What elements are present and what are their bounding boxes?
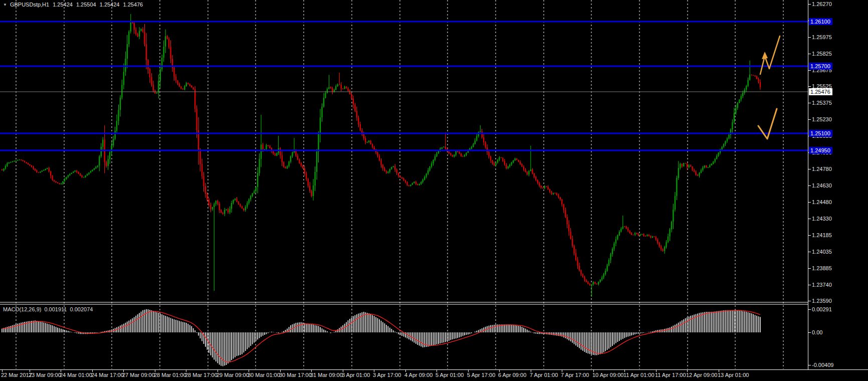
price-tick-label: 1.24185: [812, 232, 832, 239]
price-tick-label: 1.23885: [812, 265, 832, 272]
ohlc-open: 1.25424: [53, 2, 73, 8]
price-tick-mark: [808, 285, 811, 285]
time-tick-label: 28 Mar 17:00: [185, 372, 218, 378]
price-tick-mark: [808, 268, 811, 269]
price-tick-mark: [808, 219, 811, 219]
price-tick-mark: [808, 70, 811, 71]
grid-lines: [16, 0, 783, 369]
mt4-chart-window: ▼GBPUSDstp,H11.254241.255041.254241.2547…: [0, 0, 868, 381]
time-tick-label: 31 Mar 09:00: [310, 372, 343, 378]
price-tick-mark: [808, 169, 811, 169]
time-tick-label: 3 Apr 01:00: [342, 372, 370, 378]
price-tick-mark: [808, 252, 811, 252]
price-tick-mark: [808, 235, 811, 236]
level-price-badge: 1.25700: [809, 63, 832, 70]
bull-candle-bodies: [3, 23, 750, 286]
level-price-badge: 1.24950: [809, 147, 832, 154]
time-tick-label: 5 Apr 17:00: [467, 372, 495, 378]
price-tick-mark: [808, 309, 811, 310]
price-tick-label: 1.23740: [812, 282, 832, 288]
macd-signal-value: 0.002074: [70, 306, 93, 312]
price-tick-label: 1.25375: [812, 100, 832, 106]
zigzag-up-arrow[interactable]: [760, 36, 780, 74]
price-tick-mark: [808, 119, 811, 120]
price-tick-mark: [808, 365, 811, 365]
time-tick-label: 29 Mar 09:00: [216, 372, 249, 378]
macd-histogram-bars: [2, 309, 760, 366]
time-tick-label: 28 Mar 01:00: [154, 372, 186, 378]
time-tick-label: 13 Apr 01:00: [718, 372, 749, 378]
time-tick-label: 11 Apr 01:00: [623, 372, 655, 378]
check-mark-arrow[interactable]: [758, 109, 777, 139]
price-tick-label: 0.00: [812, 329, 822, 336]
current-price-badge: 1.25476: [809, 88, 832, 95]
macd-name: MACD(12,26,9): [3, 306, 41, 312]
time-tick-label: 10 Apr 09:00: [592, 372, 623, 378]
price-tick-mark: [808, 301, 811, 301]
price-tick-label: 1.24330: [812, 216, 832, 222]
ohlc-high: 1.25504: [76, 2, 96, 8]
time-tick-label: 11 Apr 17:00: [655, 372, 686, 378]
time-tick-label: 22 Mar 2017: [1, 372, 32, 378]
price-tick-mark: [808, 37, 811, 38]
time-tick-label: 24 Mar 17:00: [91, 372, 124, 378]
macd-indicator-label: MACD(12,26,9)0.0019110.002074: [3, 306, 93, 312]
price-tick-mark: [808, 185, 811, 186]
bear-candle-wicks: [2, 22, 760, 286]
time-tick-label: 5 Apr 01:00: [436, 372, 464, 378]
price-tick-label: 1.23590: [812, 298, 832, 304]
chart-canvas[interactable]: [0, 0, 808, 369]
time-tick-label: 7 Apr 17:00: [561, 372, 589, 378]
bear-candle-bodies: [2, 23, 761, 286]
macd-signal-line: [2, 310, 760, 362]
symbol-period-label: GBPUSDstp,H1: [10, 2, 49, 8]
price-tick-label: -0.00409: [812, 362, 833, 368]
time-tick-label: 4 Apr 09:00: [404, 372, 432, 378]
level-price-badge: 1.25100: [809, 130, 832, 137]
price-tick-label: 0.00291: [812, 306, 832, 313]
time-tick-label: 3 Apr 17:00: [373, 372, 401, 378]
price-tick-label: 1.25975: [812, 34, 832, 41]
price-tick-label: 1.24480: [812, 199, 832, 206]
bull-candle-wicks: [4, 14, 750, 297]
price-tick-mark: [808, 202, 811, 203]
price-tick-mark: [808, 103, 811, 103]
price-tick-mark: [808, 54, 811, 54]
time-tick-label: 23 Mar 09:00: [29, 372, 61, 378]
price-tick-mark: [808, 4, 811, 5]
ohlc-low: 1.25424: [100, 2, 120, 8]
macd-main-value: 0.001911: [44, 306, 67, 312]
price-tick-label: 1.26270: [812, 1, 832, 8]
time-tick-label: 6 Apr 09:00: [498, 372, 526, 378]
price-tick-mark: [808, 86, 811, 87]
dropdown-icon[interactable]: ▼: [3, 3, 7, 7]
price-tick-label: 1.24035: [812, 249, 832, 255]
time-tick-label: 24 Mar 01:00: [60, 372, 92, 378]
time-axis[interactable]: 22 Mar 201723 Mar 09:0024 Mar 01:0024 Ma…: [0, 369, 868, 381]
price-tick-label: 1.24780: [812, 166, 832, 172]
chart-title: ▼GBPUSDstp,H11.254241.255041.254241.2547…: [3, 2, 143, 8]
time-tick-label: 30 Mar 17:00: [279, 372, 312, 378]
price-tick-mark: [808, 332, 811, 333]
price-axis[interactable]: 1.262701.261251.259751.258251.256751.255…: [808, 0, 868, 369]
time-tick-label: 30 Mar 01:00: [248, 372, 280, 378]
price-tick-label: 1.25825: [812, 51, 832, 57]
time-tick-label: 12 Apr 09:00: [686, 372, 717, 378]
ohlc-close: 1.25476: [123, 2, 143, 8]
time-tick-label: 7 Apr 01:00: [530, 372, 558, 378]
level-price-badge: 1.26100: [809, 18, 832, 25]
zigzag-up-arrow-head[interactable]: [762, 52, 768, 59]
time-tick-label: 27 Mar 09:00: [122, 372, 155, 378]
price-tick-label: 1.24630: [812, 182, 832, 189]
price-tick-label: 1.25230: [812, 116, 832, 123]
